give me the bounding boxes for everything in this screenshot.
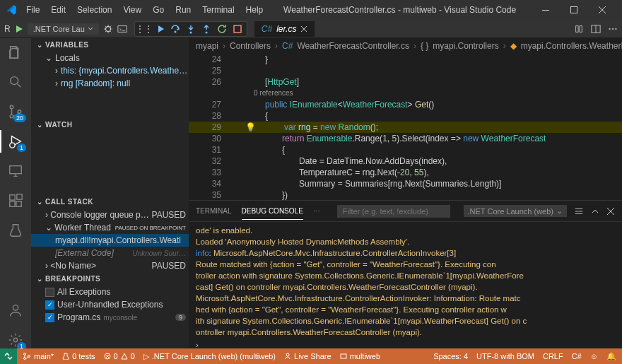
debug-console-output[interactable]: ode' is enabled. Loaded 'Anonymously Hos… bbox=[189, 222, 622, 348]
svg-point-24 bbox=[13, 338, 18, 342]
compare-icon[interactable] bbox=[574, 24, 584, 34]
step-out-icon[interactable] bbox=[201, 24, 211, 34]
tab-terminal[interactable]: TERMINAL bbox=[196, 203, 232, 219]
variable-this[interactable]: › this: {myapi.Controllers.Weathe… bbox=[31, 64, 189, 77]
svg-point-29 bbox=[286, 353, 289, 356]
menu-view[interactable]: View bbox=[118, 2, 146, 18]
settings-badge: 1 bbox=[17, 342, 26, 348]
remote-icon[interactable] bbox=[7, 163, 24, 180]
callstack-row-active[interactable]: myapi.dll!myapi.Controllers.Weatl bbox=[31, 234, 189, 247]
live-share[interactable]: Live Share bbox=[284, 352, 331, 360]
drag-handle-icon[interactable]: ⋮⋮ bbox=[139, 24, 149, 34]
menu-go[interactable]: Go bbox=[148, 2, 169, 18]
close-tab-icon[interactable] bbox=[300, 25, 307, 33]
accounts-icon[interactable] bbox=[7, 302, 24, 319]
debug-console-icon[interactable] bbox=[117, 24, 127, 34]
code-editor[interactable]: 24} 25 26[HttpGet] 0 references 27public… bbox=[189, 54, 622, 200]
svg-point-10 bbox=[609, 28, 611, 29]
feedback-icon[interactable]: ☺ bbox=[590, 352, 598, 360]
explorer-icon[interactable] bbox=[7, 44, 24, 61]
indent-status[interactable]: Spaces: 4 bbox=[433, 352, 468, 360]
svg-point-6 bbox=[205, 31, 207, 33]
more-icon[interactable]: ⋯ bbox=[313, 207, 320, 215]
run-debug-icon[interactable]: 1 bbox=[7, 133, 24, 150]
bp-user-exceptions[interactable]: ✓User-Unhandled Exceptions bbox=[31, 298, 189, 311]
maximize-button[interactable] bbox=[560, 0, 588, 20]
bp-program[interactable]: ✓Program.cs myconsole9 bbox=[31, 311, 189, 324]
close-button[interactable] bbox=[588, 0, 616, 20]
callstack-row[interactable]: ⌄ Worker ThreadPAUSED ON BREAKPOINT bbox=[31, 221, 189, 234]
debug-config-label: .NET Core Lau bbox=[33, 25, 85, 33]
chevron-up-icon[interactable] bbox=[591, 207, 599, 216]
minimize-button[interactable] bbox=[532, 0, 560, 20]
title-bar: File Edit Selection View Go Run Terminal… bbox=[0, 0, 622, 20]
svg-rect-7 bbox=[234, 25, 241, 33]
editor-tab[interactable]: C# ler.cs bbox=[254, 21, 315, 37]
variables-header[interactable]: ⌄VARIABLES bbox=[31, 38, 189, 52]
checkbox-checked[interactable]: ✓ bbox=[45, 300, 54, 310]
callstack-header[interactable]: ⌄CALL STACK bbox=[31, 195, 189, 209]
menu-edit[interactable]: Edit bbox=[46, 2, 71, 18]
checkbox-unchecked[interactable] bbox=[45, 288, 54, 297]
more-icon[interactable] bbox=[608, 24, 618, 34]
step-over-icon[interactable] bbox=[170, 24, 180, 34]
svg-point-13 bbox=[11, 77, 18, 85]
callstack-row[interactable]: [External Code]Unknown Sour… bbox=[31, 247, 189, 259]
gear-icon[interactable] bbox=[103, 24, 113, 34]
checkbox-checked[interactable]: ✓ bbox=[45, 313, 54, 322]
start-debug-icon[interactable] bbox=[15, 25, 23, 33]
console-filter-input[interactable] bbox=[337, 205, 450, 218]
debug-controls: ⋮⋮ bbox=[134, 21, 247, 37]
bp-all-exceptions[interactable]: All Exceptions bbox=[31, 286, 189, 298]
project[interactable]: multiweb bbox=[340, 352, 380, 360]
settings-icon[interactable]: 1 bbox=[7, 331, 24, 348]
problems-status[interactable]: 0 0 bbox=[104, 352, 135, 360]
scm-badge: 20 bbox=[13, 114, 26, 122]
lang-status[interactable]: C# bbox=[572, 352, 582, 360]
breadcrumb[interactable]: myapi› Controllers› C#WeatherForecastCon… bbox=[189, 38, 622, 54]
debug-sidebar: ⌄VARIABLES ⌄ Locals › this: {myapi.Contr… bbox=[31, 38, 189, 348]
debug-session-select[interactable]: .NET Core Launch (web)⌄ bbox=[464, 205, 567, 217]
notifications-icon[interactable]: 🔔 bbox=[606, 352, 616, 361]
watch-header[interactable]: ⌄WATCH bbox=[31, 118, 189, 131]
variable-rng[interactable]: › rng [Random]: null bbox=[31, 77, 189, 90]
callstack-row[interactable]: › Console logger queue proces…PAUSED bbox=[31, 209, 189, 221]
source-control-icon[interactable]: 20 bbox=[7, 103, 24, 120]
split-editor-icon[interactable] bbox=[591, 24, 601, 34]
step-into-icon[interactable] bbox=[186, 24, 196, 34]
eol-status[interactable]: CRLF bbox=[543, 352, 563, 360]
tests-status[interactable]: 0 tests bbox=[62, 352, 95, 360]
svg-rect-19 bbox=[10, 195, 15, 200]
test-icon[interactable] bbox=[7, 222, 24, 239]
restart-icon[interactable] bbox=[217, 24, 227, 34]
encoding-status[interactable]: UTF-8 with BOM bbox=[476, 352, 534, 360]
breakpoints-header[interactable]: ⌄BREAKPOINTS bbox=[31, 272, 189, 286]
bottom-panel: TERMINAL DEBUG CONSOLE ⋯ .NET Core Launc… bbox=[189, 200, 622, 348]
tab-debug-console[interactable]: DEBUG CONSOLE bbox=[242, 203, 303, 220]
continue-icon[interactable] bbox=[155, 24, 165, 34]
close-panel-icon[interactable] bbox=[606, 207, 615, 216]
panel-tabs: TERMINAL DEBUG CONSOLE ⋯ .NET Core Launc… bbox=[189, 201, 622, 222]
svg-point-17 bbox=[10, 143, 15, 148]
clear-icon[interactable] bbox=[574, 206, 584, 216]
tab-label: ler.cs bbox=[276, 24, 296, 34]
console-prompt[interactable]: › bbox=[196, 338, 615, 348]
codelens[interactable]: 0 references bbox=[189, 88, 622, 99]
menu-file[interactable]: File bbox=[21, 2, 45, 18]
menu-selection[interactable]: Selection bbox=[72, 2, 117, 18]
activity-bar: 20 1 1 bbox=[0, 38, 31, 348]
remote-indicator[interactable] bbox=[0, 348, 17, 364]
debug-target[interactable]: ▷ .NET Core Launch (web) (multiweb) bbox=[143, 352, 276, 361]
stop-icon[interactable] bbox=[233, 24, 242, 34]
debug-config-select[interactable]: .NET Core Lau bbox=[28, 23, 99, 35]
menu-terminal[interactable]: Terminal bbox=[197, 2, 239, 18]
vscode-logo-icon bbox=[6, 4, 17, 16]
menu-help[interactable]: Help bbox=[241, 2, 269, 18]
callstack-row[interactable]: › <No Name>PAUSED bbox=[31, 259, 189, 272]
menu-run[interactable]: Run bbox=[170, 2, 196, 18]
search-icon[interactable] bbox=[7, 74, 24, 90]
svg-rect-18 bbox=[10, 166, 22, 174]
git-branch[interactable]: main* bbox=[23, 352, 54, 360]
extensions-icon[interactable] bbox=[7, 192, 24, 209]
locals-group[interactable]: ⌄ Locals bbox=[31, 52, 189, 64]
